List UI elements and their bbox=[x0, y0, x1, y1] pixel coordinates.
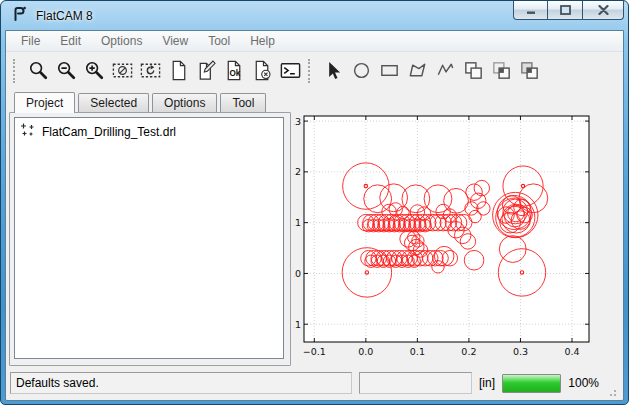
rect-tool-icon bbox=[378, 59, 401, 82]
statusbar: Defaults saved. [in] 100% bbox=[6, 368, 623, 400]
toolbar-drag-handle[interactable] bbox=[308, 59, 312, 83]
toolbar bbox=[6, 52, 623, 89]
replot-button[interactable] bbox=[136, 57, 164, 84]
menubar: File Edit Options View Tool Help bbox=[6, 31, 623, 52]
zoom-fit-button[interactable] bbox=[24, 57, 52, 84]
progress-fill bbox=[503, 375, 560, 392]
select-button[interactable] bbox=[319, 57, 347, 84]
ok-file-icon bbox=[223, 59, 246, 82]
zoom-out-button[interactable] bbox=[52, 57, 80, 84]
menu-tool[interactable]: Tool bbox=[198, 32, 240, 50]
progress-bar bbox=[502, 374, 561, 393]
clear-plot-icon bbox=[111, 59, 134, 82]
union-tool-icon bbox=[462, 59, 485, 82]
new-geometry-button[interactable] bbox=[164, 57, 192, 84]
toolbar-group-editor bbox=[304, 57, 543, 84]
menu-options[interactable]: Options bbox=[91, 32, 152, 50]
tab-selected[interactable]: Selected bbox=[78, 93, 149, 112]
toolbar-group-view bbox=[9, 57, 304, 84]
client-area: File Edit Options View Tool Help Project… bbox=[5, 30, 624, 401]
minimize-button[interactable] bbox=[513, 1, 548, 20]
cancel-file-icon bbox=[251, 59, 274, 82]
cancel-edit-button[interactable] bbox=[248, 57, 276, 84]
axes-background bbox=[304, 116, 589, 342]
y-tick-label: −0.1 bbox=[294, 319, 301, 330]
window-controls bbox=[513, 1, 624, 20]
menu-edit[interactable]: Edit bbox=[50, 32, 91, 50]
x-tick-label: 0.2 bbox=[461, 346, 476, 357]
units-label: [in] bbox=[479, 376, 495, 390]
polygon-subtraction-button[interactable] bbox=[515, 57, 543, 84]
left-panel: Project Selected Options Tool bbox=[6, 91, 294, 368]
tab-project[interactable]: Project bbox=[14, 92, 75, 113]
zoom-in-icon bbox=[83, 59, 106, 82]
tree-item-label: FlatCam_Drilling_Test.drl bbox=[42, 125, 176, 139]
status-secondary-panel bbox=[359, 372, 472, 394]
update-geometry-button[interactable] bbox=[220, 57, 248, 84]
clear-plot-button[interactable] bbox=[108, 57, 136, 84]
new-file-icon bbox=[167, 59, 190, 82]
tab-tool[interactable]: Tool bbox=[220, 93, 266, 112]
plot-svg: −0.10.00.10.20.30.4−0.10.00.10.20.3 bbox=[294, 89, 624, 371]
edit-geometry-button[interactable] bbox=[192, 57, 220, 84]
polygon-union-button[interactable] bbox=[459, 57, 487, 84]
x-tick-label: 0.1 bbox=[410, 346, 425, 357]
titlebar[interactable]: FlatCAM 8 bbox=[5, 1, 624, 30]
x-tick-label: 0.0 bbox=[358, 346, 373, 357]
project-tree[interactable]: FlatCam_Drilling_Test.drl bbox=[14, 117, 284, 359]
maximize-button[interactable] bbox=[548, 1, 582, 20]
select-arrow-icon bbox=[322, 59, 345, 82]
zoom-in-button[interactable] bbox=[80, 57, 108, 84]
drill-file-icon bbox=[20, 122, 36, 141]
draw-circle-button[interactable] bbox=[347, 57, 375, 84]
close-button[interactable] bbox=[582, 1, 624, 20]
zoom-fit-icon bbox=[27, 59, 50, 82]
main-area: Project Selected Options Tool bbox=[6, 89, 623, 368]
menu-view[interactable]: View bbox=[152, 32, 198, 50]
app-icon bbox=[11, 5, 28, 26]
replot-icon bbox=[139, 59, 162, 82]
draw-polygon-button[interactable] bbox=[403, 57, 431, 84]
flatcam-window: FlatCAM 8 File Edit Options View Tool He… bbox=[0, 0, 629, 405]
resize-grip[interactable] bbox=[606, 384, 618, 396]
tree-item-drill-file[interactable]: FlatCam_Drilling_Test.drl bbox=[15, 118, 283, 141]
circle-tool-icon bbox=[350, 59, 373, 82]
polygon-intersection-button[interactable] bbox=[487, 57, 515, 84]
x-tick-label: 0.3 bbox=[513, 346, 528, 357]
plot-area[interactable]: −0.10.00.10.20.30.4−0.10.00.10.20.3 bbox=[294, 91, 623, 368]
minimize-icon bbox=[526, 5, 536, 15]
y-tick-label: 0.2 bbox=[294, 166, 301, 177]
tab-options[interactable]: Options bbox=[152, 93, 217, 112]
menu-file[interactable]: File bbox=[11, 32, 50, 50]
draw-path-button[interactable] bbox=[431, 57, 459, 84]
edit-file-icon bbox=[195, 59, 218, 82]
x-tick-label: −0.1 bbox=[303, 346, 326, 357]
status-message: Defaults saved. bbox=[10, 372, 352, 394]
y-tick-label: 0.1 bbox=[294, 217, 301, 228]
shell-button[interactable] bbox=[276, 57, 304, 84]
path-tool-icon bbox=[434, 59, 457, 82]
maximize-icon bbox=[560, 5, 571, 15]
polygon-tool-icon bbox=[406, 59, 429, 82]
subtract-tool-icon bbox=[518, 59, 541, 82]
close-icon bbox=[598, 5, 609, 15]
y-tick-label: 0.0 bbox=[294, 268, 301, 279]
y-tick-label: 0.3 bbox=[294, 116, 301, 127]
progress-percent: 100% bbox=[568, 376, 599, 390]
shell-icon bbox=[279, 59, 302, 82]
x-tick-label: 0.4 bbox=[564, 346, 579, 357]
intersect-tool-icon bbox=[490, 59, 513, 82]
toolbar-drag-handle[interactable] bbox=[13, 59, 17, 83]
window-title: FlatCAM 8 bbox=[36, 9, 93, 23]
tab-bar: Project Selected Options Tool bbox=[6, 91, 294, 112]
project-tab-page: FlatCam_Drilling_Test.drl bbox=[9, 112, 291, 366]
zoom-out-icon bbox=[55, 59, 78, 82]
menu-help[interactable]: Help bbox=[240, 32, 285, 50]
draw-rectangle-button[interactable] bbox=[375, 57, 403, 84]
